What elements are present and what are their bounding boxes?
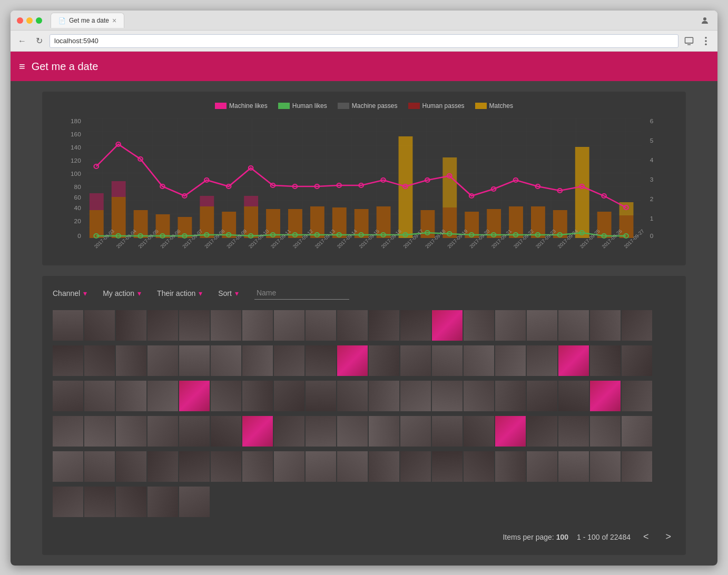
list-item[interactable] [53,416,83,447]
list-item[interactable] [590,381,621,411]
list-item[interactable] [495,416,526,447]
list-item[interactable] [306,310,336,341]
list-item[interactable] [590,416,621,447]
list-item[interactable] [622,310,652,341]
list-item[interactable] [432,451,463,482]
list-item[interactable] [622,451,652,482]
list-item[interactable] [53,451,83,482]
list-item[interactable] [527,345,557,376]
list-item[interactable] [337,416,368,447]
refresh-button[interactable]: ↻ [33,35,45,47]
list-item[interactable] [274,416,304,447]
list-item[interactable] [147,310,178,341]
list-item[interactable] [147,487,178,517]
address-bar[interactable] [50,34,678,48]
list-item[interactable] [274,451,304,482]
close-button[interactable] [17,17,23,24]
list-item[interactable] [53,345,83,376]
profile-icon[interactable] [699,14,711,27]
list-item[interactable] [147,345,178,376]
list-item[interactable] [464,381,494,411]
list-item[interactable] [53,381,83,411]
my-action-dropdown-arrow[interactable]: ▾ [137,289,141,298]
sort-dropdown-arrow[interactable]: ▾ [235,289,239,298]
list-item[interactable] [558,451,589,482]
list-item[interactable] [306,451,336,482]
hamburger-icon[interactable]: ≡ [19,61,25,73]
list-item[interactable] [464,310,494,341]
list-item[interactable] [527,381,557,411]
list-item[interactable] [495,345,526,376]
list-item[interactable] [558,345,589,376]
list-item[interactable] [179,345,210,376]
list-item[interactable] [495,451,526,482]
back-button[interactable]: ← [16,35,28,47]
list-item[interactable] [84,381,115,411]
channel-dropdown-arrow[interactable]: ▾ [83,289,87,298]
list-item[interactable] [274,345,304,376]
list-item[interactable] [400,345,431,376]
tab-close-button[interactable]: × [112,16,116,25]
list-item[interactable] [622,381,652,411]
list-item[interactable] [400,381,431,411]
list-item[interactable] [527,416,557,447]
list-item[interactable] [495,381,526,411]
list-item[interactable] [432,345,463,376]
list-item[interactable] [622,345,652,376]
list-item[interactable] [527,310,557,341]
maximize-button[interactable] [36,17,42,24]
list-item[interactable] [116,487,146,517]
list-item[interactable] [337,345,368,376]
list-item[interactable] [116,345,146,376]
list-item[interactable] [242,310,273,341]
list-item[interactable] [369,345,399,376]
list-item[interactable] [274,381,304,411]
list-item[interactable] [242,381,273,411]
list-item[interactable] [400,310,431,341]
list-item[interactable] [369,451,399,482]
list-item[interactable] [84,416,115,447]
list-item[interactable] [211,451,241,482]
cast-icon[interactable] [683,35,695,47]
list-item[interactable] [590,345,621,376]
browser-tab[interactable]: 📄 Get me a date × [51,13,124,28]
list-item[interactable] [179,310,210,341]
list-item[interactable] [147,451,178,482]
list-item[interactable] [84,345,115,376]
list-item[interactable] [464,451,494,482]
list-item[interactable] [369,310,399,341]
list-item[interactable] [53,310,83,341]
list-item[interactable] [116,310,146,341]
list-item[interactable] [211,345,241,376]
list-item[interactable] [527,451,557,482]
list-item[interactable] [84,310,115,341]
name-search-input[interactable] [254,286,349,300]
list-item[interactable] [211,310,241,341]
list-item[interactable] [179,487,210,517]
minimize-button[interactable] [26,17,33,24]
list-item[interactable] [211,416,241,447]
list-item[interactable] [464,416,494,447]
list-item[interactable] [306,416,336,447]
list-item[interactable] [84,451,115,482]
list-item[interactable] [337,451,368,482]
list-item[interactable] [242,345,273,376]
list-item[interactable] [495,310,526,341]
list-item[interactable] [179,381,210,411]
list-item[interactable] [274,310,304,341]
list-item[interactable] [558,381,589,411]
next-page-button[interactable]: > [661,529,675,544]
list-item[interactable] [558,310,589,341]
list-item[interactable] [558,416,589,447]
list-item[interactable] [400,451,431,482]
list-item[interactable] [369,416,399,447]
list-item[interactable] [306,381,336,411]
list-item[interactable] [432,381,463,411]
list-item[interactable] [242,416,273,447]
list-item[interactable] [53,487,83,517]
list-item[interactable] [84,487,115,517]
list-item[interactable] [242,451,273,482]
list-item[interactable] [306,345,336,376]
list-item[interactable] [432,310,463,341]
list-item[interactable] [400,416,431,447]
